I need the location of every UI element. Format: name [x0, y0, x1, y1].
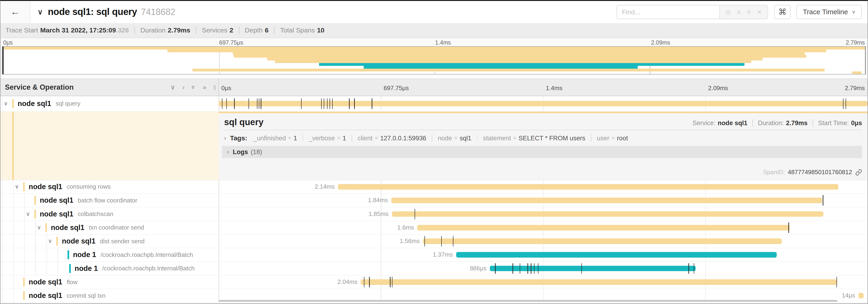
span-color-strip: [34, 210, 36, 218]
log-tick: [425, 236, 425, 246]
span-row[interactable]: node sql1flow2.04ms: [0, 275, 868, 289]
log-tick: [301, 98, 302, 109]
span-row[interactable]: ∨node sql1dist sender send1.56ms: [0, 235, 868, 248]
summary-label: Trace Start: [5, 26, 38, 34]
span-color-strip: [67, 250, 69, 259]
span-bar[interactable]: [391, 198, 822, 203]
chevron-down-icon[interactable]: ∨: [48, 238, 52, 244]
next-match-icon[interactable]: ∨: [747, 8, 751, 15]
trace-view-selector[interactable]: Trace Timeline ∨: [796, 5, 862, 20]
span-row[interactable]: node sql1batch flow coordinator1.84ms: [0, 194, 868, 207]
span-row[interactable]: ∨node sql1txn coordinator send1.6ms: [0, 221, 868, 235]
logs-row[interactable]: › Logs (18): [222, 146, 862, 158]
span-tree-cell[interactable]: node 1/cockroach.roachpb.Internal/Batch: [0, 248, 219, 261]
span-tree-cell[interactable]: ∨node sql1dist sender send: [0, 235, 219, 248]
prev-match-icon[interactable]: ∧: [737, 8, 741, 15]
expand-one-icon[interactable]: ›: [182, 83, 185, 91]
duration-label: 1.85ms: [369, 210, 389, 217]
tags-row[interactable]: › Tags: _unfinished=1_verbose=1client=12…: [219, 130, 868, 145]
indent-guide: [13, 262, 14, 275]
span-row[interactable]: ∨node sql1colbatchscan1.85ms: [0, 207, 868, 221]
span-bar[interactable]: [219, 101, 868, 106]
chevron-down-icon[interactable]: ∨: [15, 183, 19, 190]
summary-value: March 31 2022, 17:25:09: [40, 26, 116, 34]
span-detail-header: sql query Service:node sql1 Duration:2.7…: [219, 113, 868, 130]
span-bar[interactable]: [392, 211, 824, 217]
keyboard-shortcuts-button[interactable]: ⌘: [774, 5, 791, 20]
span-detail-meta: Service:node sql1 Duration:2.79ms Start …: [692, 119, 862, 127]
collapse-all-icon[interactable]: »: [190, 86, 197, 89]
chevron-down-icon[interactable]: ∨: [37, 224, 41, 231]
log-tick: [538, 263, 538, 274]
trace-timeline-page: ← ∨ node sql1: sql query 7418682 ◎∧∨✕ ⌘ …: [0, 0, 868, 304]
duration-label: 1.37ms: [433, 251, 453, 258]
tick-label: 0μs: [3, 39, 13, 46]
span-tree-cell[interactable]: ∨node sql1consuming rows: [0, 180, 219, 193]
find-input[interactable]: [616, 5, 719, 20]
minimap-row: [4, 69, 865, 71]
tag-key: client: [358, 134, 373, 142]
span-bar[interactable]: [456, 252, 777, 258]
span-bar[interactable]: [361, 279, 837, 285]
span-color-strip: [23, 278, 25, 286]
summary-value: 2.79ms: [168, 26, 190, 34]
span-bar[interactable]: [423, 238, 782, 244]
span-bar[interactable]: [490, 266, 695, 271]
column-resize-grip[interactable]: ||: [214, 84, 215, 90]
span-id-label: SpanID:: [763, 169, 785, 176]
horizontal-scrollbar[interactable]: [219, 300, 838, 302]
span-bar-cell: 1.56ms: [219, 235, 868, 248]
span-row[interactable]: node 1/cockroach.roachpb.Internal/Batch1…: [0, 248, 868, 262]
tag-separator: [477, 134, 477, 142]
span-tree-cell[interactable]: ∨node sql1colbatchscan: [0, 207, 219, 221]
tag-item: user=root: [597, 134, 628, 142]
summary-item: Duration2.79ms: [141, 26, 190, 34]
back-button[interactable]: ←: [0, 1, 30, 23]
clear-icon[interactable]: ✕: [757, 8, 762, 15]
tag-value: SELECT * FROM users: [519, 134, 585, 142]
service-name: node sql1: [51, 224, 85, 232]
indent-guide: [46, 248, 47, 261]
span-row[interactable]: ∨node sql1sql query: [0, 96, 868, 112]
span-row[interactable]: node 1/cockroach.roachpb.Internal/Batch8…: [0, 262, 868, 275]
span-tree-cell[interactable]: ∨node sql1txn coordinator send: [0, 221, 219, 234]
chevron-down-icon[interactable]: ∨: [26, 210, 30, 217]
tag-value: 1: [293, 134, 297, 142]
minimap-row: [4, 49, 865, 52]
span-bar[interactable]: [338, 184, 838, 190]
chevron-down-icon[interactable]: ∨: [38, 8, 43, 16]
minimap-row: [4, 63, 865, 66]
span-detail-left-fill: [0, 112, 219, 180]
span-bar[interactable]: [417, 225, 790, 231]
span-tree-cell[interactable]: ∨node sql1sql query: [0, 96, 219, 111]
minimap-canvas[interactable]: [2, 46, 866, 74]
span-color-strip: [23, 182, 25, 191]
tick-label: 0μs: [221, 85, 231, 92]
operation-name: batch flow coordinator: [78, 197, 137, 204]
indent-guide: [35, 262, 36, 275]
span-tree-cell[interactable]: node sql1commit sql txn: [0, 289, 219, 302]
collapse-one-icon[interactable]: ∨: [170, 83, 175, 91]
meta-separator: [813, 119, 813, 127]
tag-value: sql1: [460, 134, 471, 142]
log-tick: [581, 263, 582, 274]
tags-label: Tags:: [230, 134, 247, 142]
span-detail-row: sql query Service:node sql1 Duration:2.7…: [0, 112, 868, 180]
locate-icon[interactable]: ◎: [725, 8, 731, 15]
operation-name: flow: [67, 278, 78, 286]
tick-label: 2.79ms: [846, 39, 865, 46]
indent-guide: [13, 275, 14, 289]
log-tick: [495, 263, 495, 274]
span-bar[interactable]: [859, 293, 864, 298]
span-tree-cell[interactable]: node 1/cockroach.roachpb.Internal/Batch: [0, 262, 219, 275]
log-tick: [324, 98, 324, 109]
span-tree-cell[interactable]: node sql1flow: [0, 275, 219, 289]
expand-all-icon[interactable]: »: [203, 83, 207, 91]
log-tick: [321, 98, 322, 109]
span-row[interactable]: ∨node sql1consuming rows2.14ms: [0, 180, 868, 194]
span-tree-cell[interactable]: node sql1batch flow coordinator: [0, 194, 219, 207]
duration-label: Duration:: [758, 119, 784, 127]
chevron-down-icon[interactable]: ∨: [4, 100, 8, 107]
operation-name: consuming rows: [67, 183, 111, 190]
link-icon[interactable]: [856, 169, 862, 176]
